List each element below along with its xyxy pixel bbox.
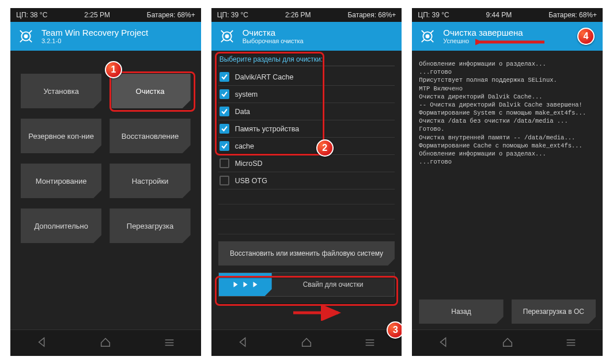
partition-row[interactable]: USB OTG xyxy=(218,172,395,189)
partition-row[interactable]: system xyxy=(218,86,395,103)
tile-install[interactable]: Установка xyxy=(21,74,101,108)
screen-main-menu: ЦП: 38 °C 2:25 PM Батарея: 68%+ Team Win… xyxy=(10,8,201,356)
partition-label: Data xyxy=(235,108,250,116)
app-subtitle: 3.2.1-0 xyxy=(41,37,148,45)
partition-label: Dalvik/ART Cache xyxy=(235,73,294,81)
partition-row[interactable]: Память устройства xyxy=(218,120,395,138)
battery: Батарея: 68%+ xyxy=(548,11,597,19)
screen-wipe-done: ЦП: 39 °C 9:44 PM Батарея: 68%+ Очистка … xyxy=(412,8,603,356)
android-navbar xyxy=(412,329,603,356)
partition-label: MicroSD xyxy=(235,160,263,168)
cpu-temp: ЦП: 39 °C xyxy=(217,11,248,19)
partition-row[interactable]: cache xyxy=(218,138,395,155)
clock: 2:25 PM xyxy=(47,11,146,19)
checkbox-checked-icon[interactable] xyxy=(220,141,229,151)
tile-wipe[interactable]: Очистка xyxy=(109,74,190,108)
back-button[interactable]: Назад xyxy=(419,299,503,324)
partition-label: USB OTG xyxy=(235,177,267,185)
partition-label: cache xyxy=(235,142,254,150)
statusbar: ЦП: 39 °C 9:44 PM Батарея: 68%+ xyxy=(412,8,603,22)
app-subtitle: Успешно xyxy=(443,37,523,45)
checkbox-checked-icon[interactable] xyxy=(220,124,229,134)
swipe-arrow-icon xyxy=(292,306,344,321)
checkbox-checked-icon[interactable] xyxy=(220,89,229,99)
app-title: Очистка xyxy=(243,28,304,37)
battery: Батарея: 68%+ xyxy=(347,11,396,19)
svg-point-3 xyxy=(225,35,228,37)
swipe-handle[interactable] xyxy=(219,273,272,296)
statusbar: ЦП: 38 °C 2:25 PM Батарея: 68%+ xyxy=(10,8,201,22)
app-bar: Team Win Recovery Project 3.2.1-0 xyxy=(10,22,201,51)
cpu-temp: ЦП: 38 °C xyxy=(16,11,47,19)
nav-home-icon[interactable] xyxy=(501,336,514,351)
partition-row[interactable]: Data xyxy=(218,103,395,120)
main-menu-grid: Установка Очистка Резервное коп-ние Восс… xyxy=(17,59,194,247)
partition-row[interactable]: Dalvik/ART Cache xyxy=(218,69,395,86)
tile-backup[interactable]: Резервное коп-ние xyxy=(21,119,101,153)
statusbar: ЦП: 39 °C 2:26 PM Батарея: 68%+ xyxy=(211,8,402,22)
cpu-temp: ЦП: 39 °C xyxy=(418,11,449,19)
app-subtitle: Выборочная очистка xyxy=(243,37,304,45)
section-header: Выберите разделы для очистки: xyxy=(218,55,395,66)
callout-4: 4 xyxy=(577,28,595,45)
twrp-logo-icon xyxy=(16,26,36,46)
tile-reboot[interactable]: Перезагрузка xyxy=(109,208,190,243)
clock: 9:44 PM xyxy=(449,11,548,19)
checkbox-checked-icon[interactable] xyxy=(220,72,229,82)
svg-point-6 xyxy=(426,35,429,37)
nav-back-icon[interactable] xyxy=(437,336,450,351)
tile-mount[interactable]: Монтирование xyxy=(21,164,101,198)
android-navbar xyxy=(10,329,201,356)
checkbox-unchecked-icon[interactable] xyxy=(220,158,229,168)
screen-wipe-select: ЦП: 39 °C 2:26 PM Батарея: 68%+ Очистка … xyxy=(211,8,402,356)
app-bar: Очистка Выборочная очистка xyxy=(211,22,402,51)
nav-recents-icon[interactable] xyxy=(163,336,176,351)
battery: Батарея: 68%+ xyxy=(147,11,195,19)
partition-label: system xyxy=(235,90,258,98)
tile-settings[interactable]: Настройки xyxy=(109,164,190,198)
clock: 2:26 PM xyxy=(248,11,347,19)
restore-fs-button[interactable]: Восстановить или изменить файловую систе… xyxy=(218,241,395,266)
nav-recents-icon[interactable] xyxy=(565,336,577,351)
partition-list: Dalvik/ART CachesystemDataПамять устройс… xyxy=(218,69,395,189)
partition-row[interactable]: MicroSD xyxy=(218,155,395,172)
swipe-to-wipe[interactable]: Свайп для очистки xyxy=(218,272,395,297)
tile-advanced[interactable]: Дополнительно xyxy=(21,208,101,243)
twrp-logo-icon xyxy=(217,26,237,46)
swipe-label: Свайп для очистки xyxy=(272,280,395,289)
app-title: Очистка завершена xyxy=(443,28,523,37)
svg-point-1 xyxy=(24,35,27,37)
checkbox-unchecked-icon[interactable] xyxy=(220,176,229,185)
android-navbar xyxy=(211,329,402,356)
nav-back-icon[interactable] xyxy=(36,336,48,351)
tile-restore[interactable]: Восстановление xyxy=(109,119,190,153)
nav-home-icon[interactable] xyxy=(99,336,112,351)
nav-back-icon[interactable] xyxy=(237,336,249,351)
checkbox-checked-icon[interactable] xyxy=(220,107,229,116)
nav-recents-icon[interactable] xyxy=(364,336,376,351)
log-output: Обновление информации о разделах... ...г… xyxy=(419,59,596,166)
reboot-os-button[interactable]: Перезагрузка в ОС xyxy=(512,299,596,324)
app-bar: Очистка завершена Успешно 4 xyxy=(412,22,603,51)
nav-home-icon[interactable] xyxy=(300,336,313,351)
partition-label: Память устройства xyxy=(235,125,299,133)
twrp-logo-icon xyxy=(418,26,437,46)
app-title: Team Win Recovery Project xyxy=(41,28,148,37)
